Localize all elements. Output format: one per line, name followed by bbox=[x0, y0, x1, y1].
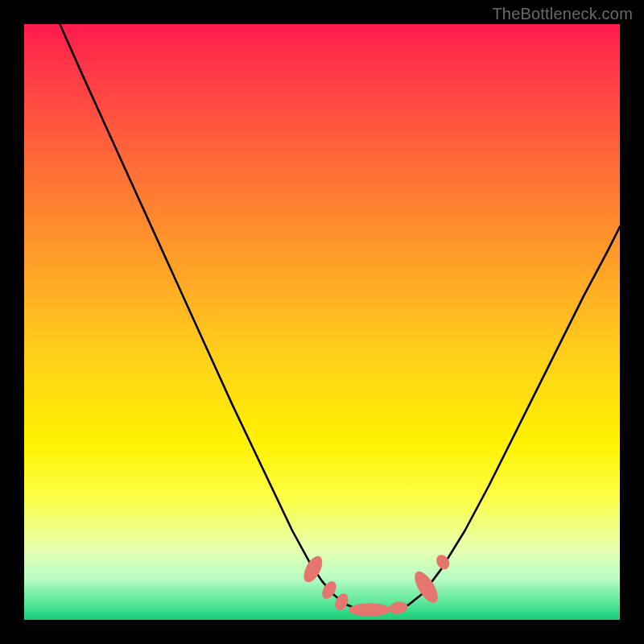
plot-area bbox=[24, 24, 620, 620]
valley-marker bbox=[349, 603, 390, 616]
curve-layer bbox=[24, 24, 620, 620]
valley-marker bbox=[388, 601, 409, 615]
bottleneck-curve bbox=[60, 24, 620, 610]
chart-frame: TheBottleneck.com bbox=[0, 0, 644, 644]
watermark-text: TheBottleneck.com bbox=[492, 5, 633, 23]
